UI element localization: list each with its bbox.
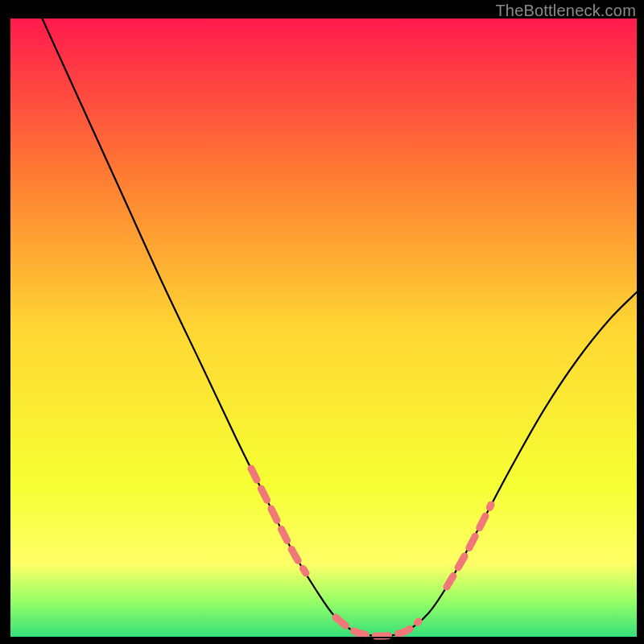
chart-stage: TheBottleneck.com [0,0,644,644]
plot-background [10,18,638,638]
bottleneck-curve-chart [0,0,644,644]
